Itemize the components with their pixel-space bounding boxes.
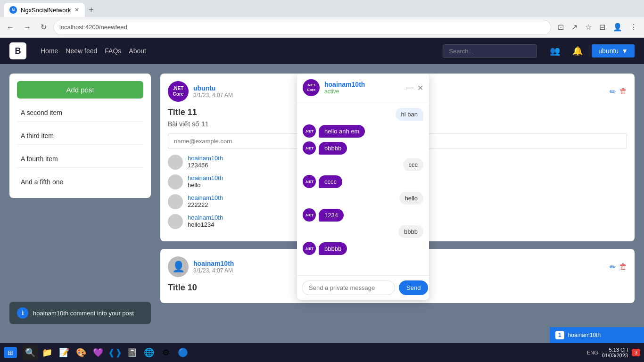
comment-avatar-1 xyxy=(168,174,183,189)
taskbar-app-files[interactable]: 📁 xyxy=(40,345,55,360)
comment-avatar-2 xyxy=(168,194,183,209)
chat-msg-hi-ban: hi ban xyxy=(303,108,423,121)
chat-notification-panel[interactable]: 1 hoainam10th xyxy=(550,327,644,343)
toast-notification: ℹ hoainam10th comment into your post xyxy=(9,302,151,324)
taskbar: ⊞ 🔍 📁 📝 🎨 💜 ❰❱ 📓 🌐 ⚙ 🔵 ENG 5:13 CH 01/03… xyxy=(0,343,644,362)
taskbar-app-vs[interactable]: 💜 xyxy=(91,345,106,360)
nav-home[interactable]: Home xyxy=(41,47,58,55)
chat-bubble-ccc: ccc xyxy=(403,158,424,171)
comment-avatar-0 xyxy=(168,155,183,170)
chat-bubble-hi-ban: hi ban xyxy=(396,108,423,121)
taskbar-apps: 🔍 📁 📝 🎨 💜 ❰❱ 📓 🌐 ⚙ 🔵 xyxy=(23,345,190,360)
chat-header-actions: — ✕ xyxy=(406,83,423,92)
menu-icon[interactable]: ⋮ xyxy=(627,21,640,33)
add-post-button[interactable]: Add post xyxy=(17,81,143,99)
start-button[interactable]: ⊞ xyxy=(4,347,17,358)
chat-close-button[interactable]: ✕ xyxy=(417,83,423,92)
taskbar-app-edge[interactable]: 🌐 xyxy=(141,345,157,360)
taskbar-notification-count[interactable]: 3 xyxy=(632,349,640,356)
chat-username: hoainam10th xyxy=(324,81,401,88)
taskbar-date-value: 01/03/2023 xyxy=(602,353,628,358)
chat-status: active xyxy=(324,88,401,95)
notifications-icon-button[interactable]: 🔔 xyxy=(569,42,586,59)
comment-text-2: 222222 xyxy=(188,201,223,208)
edit-post-button-1[interactable]: ✏ xyxy=(610,87,616,96)
chat-bubble-bbbbb-1: bbbbb xyxy=(319,142,347,155)
nav-search xyxy=(443,44,537,58)
taskbar-lang: ENG xyxy=(587,350,598,355)
chat-notif-username: hoainam10th xyxy=(568,332,601,338)
chat-msg-bbbb: bbbb xyxy=(303,225,423,238)
taskbar-app-chrome[interactable]: 🔵 xyxy=(175,345,190,360)
back-button[interactable]: ← xyxy=(4,21,17,33)
chat-bubble-1234: 1234 xyxy=(319,209,344,222)
chat-message-input[interactable] xyxy=(302,280,395,295)
chat-bubble-bbbb: bbbb xyxy=(398,225,423,238)
chat-messages: hi ban .NET hello anh em .NET bbbbb ccc xyxy=(297,102,429,275)
sidebar-toggle-icon[interactable]: ⊟ xyxy=(596,21,608,33)
brand-icon: B xyxy=(9,42,26,59)
nav-newsfeed[interactable]: Neew feed xyxy=(66,47,97,55)
cast-icon[interactable]: ⊡ xyxy=(555,21,567,33)
sidebar-item-second[interactable]: A second item xyxy=(17,104,143,122)
chat-input-area: Send xyxy=(297,275,429,300)
chat-msg-bbbbb-1: .NET bbbbb xyxy=(303,141,423,155)
chat-bubble-bbbbb-2: bbbbb xyxy=(319,242,347,255)
new-tab-button[interactable]: + xyxy=(85,3,98,17)
chat-msg-avatar-3: .NET xyxy=(303,208,316,222)
navbar: B Home Neew feed FAQs About 👥 🔔 ubuntu ▼ xyxy=(0,38,644,64)
comment-text-1: hello xyxy=(188,181,223,189)
search-input[interactable] xyxy=(443,44,537,58)
nav-about[interactable]: About xyxy=(129,47,146,55)
profile-icon[interactable]: 👤 xyxy=(610,21,625,33)
comment-user-0: hoainam10th xyxy=(188,155,223,162)
chat-msg-avatar-4: .NET xyxy=(303,242,316,255)
browser-tab[interactable]: N NgxSocialNetwork ✕ xyxy=(4,3,85,17)
comment-content-2: hoainam10th 222222 xyxy=(188,194,223,208)
post-actions-1: ✏ 🗑 xyxy=(610,87,627,96)
taskbar-time-value: 5:13 CH xyxy=(602,347,628,353)
comment-user-1: hoainam10th xyxy=(188,174,223,181)
chat-minimize-button[interactable]: — xyxy=(406,83,413,92)
taskbar-app-paint[interactable]: 🎨 xyxy=(74,345,89,360)
comment-text-3: hello1234 xyxy=(188,221,223,228)
chat-msg-hello-right: hello xyxy=(303,192,423,205)
delete-post-button-1[interactable]: 🗑 xyxy=(619,87,627,96)
comment-content-0: hoainam10th 123456 xyxy=(188,155,223,169)
taskbar-app-onenote[interactable]: 📓 xyxy=(124,345,140,360)
user-label: ubuntu xyxy=(598,47,619,55)
nav-links: Home Neew feed FAQs About xyxy=(41,47,146,55)
sidebar-item-fifth[interactable]: And a fifth one xyxy=(17,173,143,190)
comment-text-0: 123456 xyxy=(188,162,223,169)
tab-close-button[interactable]: ✕ xyxy=(74,7,79,13)
forward-button[interactable]: → xyxy=(21,21,34,33)
chat-msg-ccc: ccc xyxy=(303,158,423,171)
chat-notif-badge: 1 xyxy=(555,331,564,339)
sidebar-item-third[interactable]: A third item xyxy=(17,127,143,145)
comment-content-3: hoainam10th hello1234 xyxy=(188,214,223,228)
chat-avatar: .NETCore xyxy=(303,79,320,96)
chat-msg-hello: .NET hello anh em xyxy=(303,124,423,138)
share-icon[interactable]: ↗ xyxy=(569,21,580,33)
edit-post-button-2[interactable]: ✏ xyxy=(610,263,616,272)
nav-faqs[interactable]: FAQs xyxy=(105,47,121,55)
chat-msg-avatar-0: .NET xyxy=(303,124,316,138)
sidebar: Add post A second item A third item A fo… xyxy=(9,74,151,198)
post-actions-2: ✏ 🗑 xyxy=(610,263,627,272)
taskbar-app-notepad[interactable]: 📝 xyxy=(57,345,72,360)
user-menu-button[interactable]: ubuntu ▼ xyxy=(592,44,635,58)
taskbar-app-search[interactable]: 🔍 xyxy=(23,345,38,360)
sidebar-item-fourth[interactable]: A fourth item xyxy=(17,150,143,168)
taskbar-app-vscode[interactable]: ❰❱ xyxy=(107,345,123,360)
users-icon-button[interactable]: 👥 xyxy=(546,42,563,59)
dropdown-arrow: ▼ xyxy=(621,47,628,55)
brand: B xyxy=(9,42,26,59)
chat-widget: .NETCore hoainam10th active — ✕ hi ban xyxy=(297,74,429,300)
taskbar-app-github[interactable]: ⚙ xyxy=(158,345,173,360)
address-bar[interactable]: localhost:4200/neewfeed xyxy=(53,20,551,35)
delete-post-button-2[interactable]: 🗑 xyxy=(619,263,627,272)
comment-user-2: hoainam10th xyxy=(188,194,223,201)
bookmark-icon[interactable]: ☆ xyxy=(582,21,594,33)
reload-button[interactable]: ↻ xyxy=(38,21,50,33)
send-message-button[interactable]: Send xyxy=(399,280,428,295)
